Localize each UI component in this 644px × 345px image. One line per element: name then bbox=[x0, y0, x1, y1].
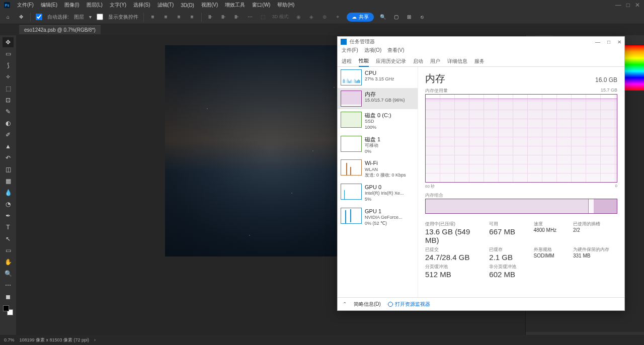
tab-users[interactable]: 用户 bbox=[430, 56, 440, 66]
window-minimize-icon[interactable]: — bbox=[615, 2, 621, 9]
tm-maximize-icon[interactable]: □ bbox=[607, 39, 610, 45]
sidebar-item-disk1[interactable]: 磁盘 1可移动0% bbox=[338, 133, 418, 157]
hw-value: 331 MB bbox=[573, 253, 617, 258]
ps-logo-icon: Ps bbox=[4, 2, 10, 8]
dodge-tool[interactable]: ◔ bbox=[3, 199, 14, 209]
shape-tool[interactable]: ▭ bbox=[3, 245, 14, 255]
menu-plugins[interactable]: 增效工具 bbox=[225, 2, 245, 9]
menu-image[interactable]: 图像(I) bbox=[64, 2, 79, 9]
tab-app-history[interactable]: 应用历史记录 bbox=[376, 56, 406, 66]
brush-tool[interactable]: ✐ bbox=[3, 130, 14, 140]
sidebar-item-wifi[interactable]: Wi-FiWLAN发送: 0 接收: 0 Kbps bbox=[338, 157, 418, 181]
layer-dropdown[interactable]: 图层 bbox=[74, 14, 84, 21]
nonpaged-value: 602 MB bbox=[489, 270, 528, 279]
wand-tool[interactable]: ✧ bbox=[3, 72, 14, 82]
more-icon[interactable]: ⋯ bbox=[246, 13, 254, 21]
menu-filter[interactable]: 滤镜(T) bbox=[157, 2, 174, 9]
workspace-icon[interactable]: ▢ bbox=[392, 13, 400, 21]
share-button[interactable]: ☁ 共享 bbox=[347, 13, 374, 22]
tm-close-icon[interactable]: ✕ bbox=[617, 39, 621, 45]
quick-mask[interactable]: ◼ bbox=[3, 292, 14, 302]
export-icon[interactable]: ⎋ bbox=[418, 13, 426, 21]
distribute-icon[interactable]: ⊪ bbox=[233, 13, 241, 21]
menu-layer[interactable]: 图层(L) bbox=[87, 2, 103, 9]
distribute-h-icon[interactable]: ⊪ bbox=[207, 13, 215, 21]
cache-label: 已缓存 bbox=[489, 246, 528, 253]
path-tool[interactable]: ↖ bbox=[3, 234, 14, 244]
menu-type[interactable]: 文字(Y) bbox=[110, 2, 126, 9]
menu-window[interactable]: 窗口(W) bbox=[252, 2, 270, 9]
blur-tool[interactable]: 💧 bbox=[3, 188, 14, 198]
window-close-icon[interactable]: ✕ bbox=[635, 2, 640, 9]
tm-titlebar[interactable]: 任务管理器 — □ ✕ bbox=[338, 37, 624, 47]
tab-processes[interactable]: 进程 bbox=[342, 56, 352, 66]
zoom-level[interactable]: 0.7% bbox=[4, 337, 15, 342]
edit-toolbar[interactable]: ⋯ bbox=[3, 280, 14, 290]
eraser-tool[interactable]: ◫ bbox=[3, 164, 14, 175]
distribute-v-icon[interactable]: ⊪ bbox=[220, 13, 228, 21]
zoom-tool[interactable]: 🔍 bbox=[3, 269, 14, 279]
tm-menu-options[interactable]: 选项(O) bbox=[364, 47, 381, 56]
frame-tool[interactable]: ⊡ bbox=[3, 95, 14, 105]
collapse-arrow-icon[interactable]: ⌃ bbox=[343, 301, 347, 307]
sidebar-item-gpu1[interactable]: GPU 1NVIDIA GeForce...0% (52 ℃) bbox=[338, 205, 418, 229]
auto-select-checkbox[interactable] bbox=[36, 14, 42, 20]
menu-select[interactable]: 选择(S) bbox=[133, 2, 150, 9]
document-tab[interactable]: eso1242a.psb @ 0.7%(RGB/8*) bbox=[19, 25, 101, 34]
tab-details[interactable]: 详细信息 bbox=[447, 56, 467, 66]
3d-mode-icon[interactable]: ⬚ bbox=[259, 13, 267, 21]
pen-tool[interactable]: ✒ bbox=[3, 211, 14, 221]
cpu-sub: 27% 3.15 GHz bbox=[365, 76, 394, 82]
tm-menu-file[interactable]: 文件(F) bbox=[342, 47, 358, 56]
3d-roll-icon[interactable]: ✦ bbox=[334, 13, 342, 21]
crop-tool[interactable]: ⬚ bbox=[3, 83, 14, 94]
dropdown-icon[interactable]: ▾ bbox=[89, 14, 92, 20]
chevron-icon[interactable]: › bbox=[94, 337, 96, 342]
heal-tool[interactable]: ◐ bbox=[3, 118, 14, 128]
arrange-icon[interactable]: ⊞ bbox=[405, 13, 413, 21]
home-icon[interactable]: ⌂ bbox=[4, 13, 12, 21]
move-tool[interactable]: ✥ bbox=[3, 37, 14, 47]
3d-slide-icon[interactable]: ⊕ bbox=[320, 13, 329, 21]
tab-performance[interactable]: 性能 bbox=[359, 56, 369, 67]
show-transform-checkbox[interactable] bbox=[97, 14, 103, 20]
history-brush-tool[interactable]: ↶ bbox=[3, 153, 14, 163]
sidebar-item-gpu0[interactable]: GPU 0Intel(R) Iris(R) Xe...5% bbox=[338, 181, 418, 205]
menu-view[interactable]: 视图(V) bbox=[201, 2, 218, 9]
tm-app-icon bbox=[341, 39, 347, 45]
search-icon[interactable]: 🔍 bbox=[379, 13, 387, 21]
doc-info[interactable]: 108199 像素 x 81503 像素 (72 ppi) bbox=[20, 337, 90, 343]
3d-pan-icon[interactable]: ◈ bbox=[307, 13, 315, 21]
tab-startup[interactable]: 启动 bbox=[413, 56, 423, 66]
hw-label: 为硬件保留的内存 bbox=[573, 246, 617, 253]
stamp-tool[interactable]: ▲ bbox=[3, 141, 14, 151]
eyedropper-tool[interactable]: ✎ bbox=[3, 107, 14, 117]
move-tool-icon[interactable]: ✥ bbox=[17, 13, 25, 21]
align-top-icon[interactable]: ≡ bbox=[188, 13, 196, 21]
hand-tool[interactable]: ✋ bbox=[3, 257, 14, 267]
gradient-tool[interactable]: ▦ bbox=[3, 176, 14, 186]
gpu0-sub2: 5% bbox=[365, 197, 404, 203]
window-maximize-icon[interactable]: □ bbox=[626, 2, 630, 9]
menu-edit[interactable]: 编辑(E) bbox=[41, 2, 57, 9]
lasso-tool[interactable]: ⟆ bbox=[3, 60, 14, 70]
tm-minimize-icon[interactable]: — bbox=[595, 39, 600, 45]
align-center-icon[interactable]: ≡ bbox=[162, 13, 170, 21]
3d-label: 3D 模式: bbox=[272, 14, 290, 20]
color-swatch[interactable] bbox=[3, 305, 13, 315]
tab-services[interactable]: 服务 bbox=[474, 56, 485, 66]
marquee-tool[interactable]: ▭ bbox=[3, 49, 14, 59]
align-right-icon[interactable]: ≡ bbox=[175, 13, 183, 21]
3d-orbit-icon[interactable]: ◉ bbox=[294, 13, 302, 21]
menu-file[interactable]: 文件(F) bbox=[17, 2, 34, 9]
sidebar-item-cpu[interactable]: CPU27% 3.15 GHz bbox=[338, 67, 418, 88]
type-tool[interactable]: T bbox=[3, 222, 14, 232]
menu-3d[interactable]: 3D(D) bbox=[181, 3, 194, 8]
tm-menu-view[interactable]: 查看(V) bbox=[387, 47, 404, 56]
sidebar-item-disk0[interactable]: 磁盘 0 (C:)SSD100% bbox=[338, 109, 418, 133]
fewer-details-button[interactable]: 简略信息(D) bbox=[354, 301, 381, 308]
menu-help[interactable]: 帮助(H) bbox=[277, 2, 294, 9]
sidebar-item-memory[interactable]: 内存15.0/15.7 GB (96%) bbox=[338, 88, 418, 109]
align-left-icon[interactable]: ≡ bbox=[149, 13, 157, 21]
resource-monitor-link[interactable]: 打开资源监视器 bbox=[388, 301, 430, 308]
